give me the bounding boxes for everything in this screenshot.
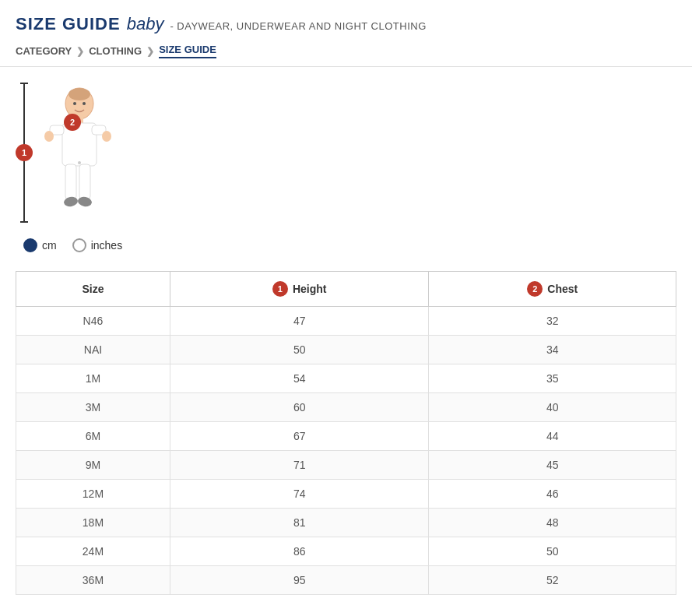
- cell-size: 3M: [16, 393, 170, 422]
- table-row: 18M8148: [16, 509, 676, 537]
- size-table: Size 1 Height 2 Chest N464732NAI50341M54…: [16, 271, 676, 595]
- svg-point-10: [78, 161, 81, 164]
- col-header-size: Size: [16, 272, 170, 307]
- baby-figure: 1: [23, 83, 140, 223]
- cell-chest: 44: [429, 422, 676, 451]
- cell-height: 74: [170, 480, 429, 509]
- table-row: 3M6040: [16, 393, 676, 422]
- cell-height: 54: [170, 364, 429, 393]
- cell-height: 67: [170, 422, 429, 451]
- unit-toggle: cm inches: [16, 238, 676, 252]
- content-area: 1: [0, 67, 692, 611]
- svg-point-1: [68, 88, 90, 100]
- chest-badge: 2: [527, 281, 543, 297]
- breadcrumb: CATEGORY ❯ CLOTHING ❯ SIZE GUIDE: [16, 44, 676, 58]
- cell-height: 50: [170, 336, 429, 364]
- height-badge: 1: [272, 281, 288, 297]
- cm-option[interactable]: cm: [23, 238, 57, 252]
- inches-option[interactable]: inches: [72, 238, 122, 252]
- table-row: N464732: [16, 307, 676, 336]
- table-header-row: Size 1 Height 2 Chest: [16, 272, 676, 307]
- cell-chest: 48: [429, 509, 676, 537]
- cell-chest: 52: [429, 566, 676, 595]
- cell-size: 1M: [16, 364, 170, 393]
- cell-size: 6M: [16, 422, 170, 451]
- cell-height: 86: [170, 537, 429, 566]
- col-header-height: 1 Height: [170, 272, 429, 307]
- svg-rect-14: [79, 164, 90, 199]
- title-size-guide: SIZE GUIDE: [16, 14, 121, 34]
- breadcrumb-clothing[interactable]: CLOTHING: [89, 45, 142, 57]
- table-row: 24M8650: [16, 537, 676, 566]
- cell-size: N46: [16, 307, 170, 336]
- table-row: 1M5435: [16, 364, 676, 393]
- badge-1-height: 1: [16, 144, 33, 161]
- cell-size: 24M: [16, 537, 170, 566]
- table-row: NAI5034: [16, 336, 676, 364]
- svg-point-2: [73, 102, 76, 105]
- cell-size: 36M: [16, 566, 170, 595]
- cell-chest: 34: [429, 336, 676, 364]
- svg-point-3: [83, 102, 86, 105]
- cell-height: 47: [170, 307, 429, 336]
- cell-size: 18M: [16, 509, 170, 537]
- svg-rect-13: [65, 164, 76, 199]
- cell-chest: 45: [429, 451, 676, 480]
- cell-height: 60: [170, 393, 429, 422]
- cell-size: 12M: [16, 480, 170, 509]
- cell-size: 9M: [16, 451, 170, 480]
- inches-label: inches: [91, 239, 122, 252]
- cell-height: 71: [170, 451, 429, 480]
- cell-size: NAI: [16, 336, 170, 364]
- cm-radio[interactable]: [23, 238, 37, 252]
- breadcrumb-category[interactable]: CATEGORY: [16, 45, 72, 57]
- table-body: N464732NAI50341M54353M60406M67449M714512…: [16, 307, 676, 595]
- breadcrumb-size-guide[interactable]: SIZE GUIDE: [159, 44, 216, 58]
- col-header-chest: 2 Chest: [429, 272, 676, 307]
- chevron-icon: ❯: [76, 46, 84, 57]
- cell-height: 95: [170, 566, 429, 595]
- cell-chest: 32: [429, 307, 676, 336]
- cell-chest: 50: [429, 537, 676, 566]
- cell-chest: 46: [429, 480, 676, 509]
- chevron-icon: ❯: [146, 46, 154, 57]
- badge-2-chest: 2: [64, 114, 81, 131]
- image-section: 1: [16, 83, 676, 223]
- cm-label: cm: [42, 239, 57, 252]
- cell-height: 81: [170, 509, 429, 537]
- cell-chest: 35: [429, 364, 676, 393]
- baby-illustration: [39, 86, 117, 219]
- svg-point-8: [44, 131, 54, 142]
- table-row: 6M6744: [16, 422, 676, 451]
- table-row: 9M7145: [16, 451, 676, 480]
- title-subtitle: - DAYWEAR, UNDERWEAR AND NIGHT CLOTHING: [170, 20, 426, 32]
- inches-radio[interactable]: [72, 238, 86, 252]
- page-title: SIZE GUIDE baby - DAYWEAR, UNDERWEAR AND…: [16, 14, 676, 34]
- svg-point-9: [102, 131, 111, 142]
- title-baby: baby: [127, 14, 164, 34]
- page-header: SIZE GUIDE baby - DAYWEAR, UNDERWEAR AND…: [0, 0, 692, 67]
- cell-chest: 40: [429, 393, 676, 422]
- table-row: 36M9552: [16, 566, 676, 595]
- table-row: 12M7446: [16, 480, 676, 509]
